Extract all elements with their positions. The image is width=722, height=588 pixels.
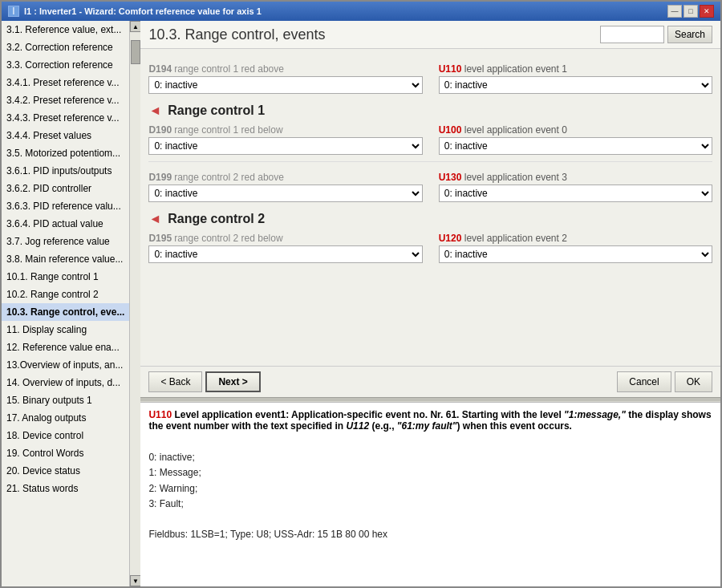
info-fieldbus: Fieldbus: 1LSB=1; Type: U8; USS-Adr: 15 …	[148, 527, 712, 542]
u110-content: U110 level application event 1 0: inacti…	[439, 63, 712, 94]
scroll-down-arrow[interactable]: ▼	[130, 575, 141, 586]
sidebar-item-s25[interactable]: 19. Control Words	[2, 444, 129, 462]
sidebar-item-s19[interactable]: 12. Reference value ena...	[2, 339, 129, 356]
sidebar-item-s24[interactable]: 18. Device control	[2, 427, 129, 444]
d190-desc: range control 1 red below	[174, 124, 282, 136]
u110-select[interactable]: 0: inactive 1: Message 2: Warning 3: Fau…	[439, 76, 712, 94]
cancel-button[interactable]: Cancel	[617, 371, 671, 392]
section2-arrow-icon: ◄	[148, 212, 161, 226]
u120-label: U120 level application event 2	[439, 233, 712, 244]
section1-top-row: D194 range control 1 red above 0: inacti…	[148, 57, 712, 97]
section1-title: Range control 1	[168, 103, 265, 118]
sidebar-item-s16[interactable]: 10.2. Range control 2	[2, 286, 129, 303]
sidebar-item-s2[interactable]: 3.2. Correction reference	[2, 39, 129, 56]
sidebar-item-s14[interactable]: 3.8. Main reference value...	[2, 250, 129, 268]
scroll-thumb[interactable]	[131, 40, 140, 64]
sidebar-item-s8[interactable]: 3.5. Motorized potentiom...	[2, 144, 129, 162]
sidebar-item-s1[interactable]: 3.1. Reference value, ext...	[2, 21, 129, 39]
sidebar-item-s11[interactable]: 3.6.3. PID reference valu...	[2, 197, 129, 215]
u110-label: U110 level application event 1	[439, 63, 712, 75]
scroll-up-arrow[interactable]: ▲	[130, 21, 141, 32]
u100-group: U100 level application event 0 0: inacti…	[439, 124, 712, 155]
back-button[interactable]: < Back	[148, 371, 202, 392]
info-line-1	[148, 512, 712, 527]
sidebar-item-s15[interactable]: 10.1. Range control 1	[2, 268, 129, 286]
sidebar-item-s20[interactable]: 13.Overview of inputs, an...	[2, 356, 129, 374]
sidebar-scrollbar[interactable]: ▲ ▼	[129, 21, 140, 586]
toolbar: 10.3. Range control, events Search	[140, 21, 720, 49]
u120-group: U120 level application event 2 0: inacti…	[439, 233, 712, 263]
next-button[interactable]: Next >	[205, 371, 260, 392]
u110-id: U110	[439, 63, 462, 75]
d195-group: D195 range control 2 red below 0: inacti…	[148, 233, 422, 263]
main-area: 3.1. Reference value, ext...3.2. Correct…	[2, 21, 720, 586]
u110-group: U110 level application event 1 0: inacti…	[439, 63, 712, 94]
minimize-button[interactable]: —	[667, 5, 682, 18]
d199-group: D199 range control 2 red above 0: inacti…	[148, 172, 422, 202]
info-line-0	[148, 435, 712, 450]
u120-desc: level application event 2	[464, 233, 567, 244]
u130-select[interactable]: 0: inactive 1: Message 2: Warning 3: Fau…	[439, 185, 712, 202]
title-bar: I I1 : Inverter1 - Wizard: Comfort refer…	[2, 2, 720, 21]
sidebar-item-s6[interactable]: 3.4.3. Preset reference v...	[2, 109, 129, 127]
title-bar-controls: — □ ✕	[667, 5, 714, 18]
window-icon: I	[8, 6, 19, 17]
d190-id: D190	[148, 124, 172, 136]
sidebar-item-s12[interactable]: 3.6.4. PID actual value	[2, 215, 129, 233]
d199-id: D199	[148, 172, 172, 183]
maximize-button[interactable]: □	[683, 5, 698, 18]
section2-top-row: D199 range control 2 red above 0: inacti…	[148, 162, 712, 205]
ok-button[interactable]: OK	[675, 371, 712, 392]
page-title: 10.3. Range control, events	[148, 26, 325, 43]
params-grid: D194 range control 1 red above 0: inacti…	[140, 49, 720, 366]
d194-desc: range control 1 red above	[174, 63, 284, 75]
d194-label: D194 range control 1 red above	[148, 63, 422, 75]
sidebar-item-s10[interactable]: 3.6.2. PID controller	[2, 180, 129, 197]
d199-label: D199 range control 2 red above	[148, 172, 422, 183]
sidebar-item-s21[interactable]: 14. Overview of inputs, d...	[2, 374, 129, 391]
nav-buttons: < Back Next > Cancel OK	[140, 366, 720, 397]
info-param-id: U110	[148, 409, 172, 420]
d195-label: D195 range control 2 red below	[148, 233, 422, 244]
sidebar-item-s27[interactable]: 21. Status words	[2, 480, 129, 497]
u130-group: U130 level application event 3 0: inacti…	[439, 172, 712, 202]
search-input[interactable]	[600, 26, 664, 43]
section2-title: Range control 2	[168, 212, 265, 226]
sidebar-item-s9[interactable]: 3.6.1. PID inputs/outputs	[2, 162, 129, 180]
sidebar-item-s22[interactable]: 15. Binary outputs 1	[2, 391, 129, 409]
sidebar-item-s7[interactable]: 3.4.4. Preset values	[2, 127, 129, 144]
info-list-0: 0: inactive;	[148, 450, 712, 465]
u100-select[interactable]: 0: inactive 1: Message 2: Warning 3: Fau…	[439, 137, 712, 155]
d195-select[interactable]: 0: inactive 1: Message 2: Warning 3: Fau…	[148, 245, 422, 263]
sidebar-item-s4[interactable]: 3.4.1. Preset reference v...	[2, 74, 129, 91]
d199-desc: range control 2 red above	[174, 172, 284, 183]
u130-id: U130	[439, 172, 462, 183]
section2-bottom-row: D195 range control 2 red below 0: inacti…	[148, 229, 712, 270]
sidebar-item-s3[interactable]: 3.3. Correction reference	[2, 56, 129, 74]
sidebar-item-s17[interactable]: 10.3. Range control, eve...	[2, 303, 129, 321]
nav-right: Cancel OK	[617, 371, 712, 392]
d194-select[interactable]: 0: inactive 1: Message 2: Warning 3: Fau…	[148, 76, 422, 94]
sidebar-item-s18[interactable]: 11. Display scaling	[2, 321, 129, 339]
title-bar-left: I I1 : Inverter1 - Wizard: Comfort refer…	[8, 6, 262, 17]
info-body: 0: inactive; 1: Message; 2: Warning; 3: …	[148, 435, 712, 542]
search-button[interactable]: Search	[667, 26, 712, 43]
d195-id: D195	[148, 233, 172, 244]
sidebar-item-s13[interactable]: 3.7. Jog reference value	[2, 233, 129, 250]
d199-select[interactable]: 0: inactive 1: Message 2: Warning 3: Fau…	[148, 185, 422, 202]
sidebar-item-s23[interactable]: 17. Analog outputs	[2, 409, 129, 427]
section1-bottom-row: D190 range control 1 red below 0: inacti…	[148, 121, 712, 162]
d190-select[interactable]: 0: inactive 1: Message 2: Warning 3: Fau…	[148, 137, 422, 155]
sidebar-item-s5[interactable]: 3.4.2. Preset reference v...	[2, 91, 129, 109]
u120-select[interactable]: 0: inactive 1: Message 2: Warning 3: Fau…	[439, 245, 712, 263]
top-pane: 10.3. Range control, events Search D194 …	[140, 21, 720, 397]
info-pane: U110 Level application event1: Applicati…	[140, 402, 720, 586]
info-title: U110 Level application event1: Applicati…	[148, 409, 712, 432]
search-area: Search	[600, 26, 712, 43]
close-button[interactable]: ✕	[700, 5, 714, 18]
sidebar-item-s26[interactable]: 20. Device status	[2, 462, 129, 480]
range-control-1-heading: ◄ Range control 1	[148, 103, 712, 118]
info-list-3: 3: Fault;	[148, 497, 712, 512]
u110-desc: level application event 1	[464, 63, 567, 75]
u130-desc: level application event 3	[464, 172, 567, 183]
